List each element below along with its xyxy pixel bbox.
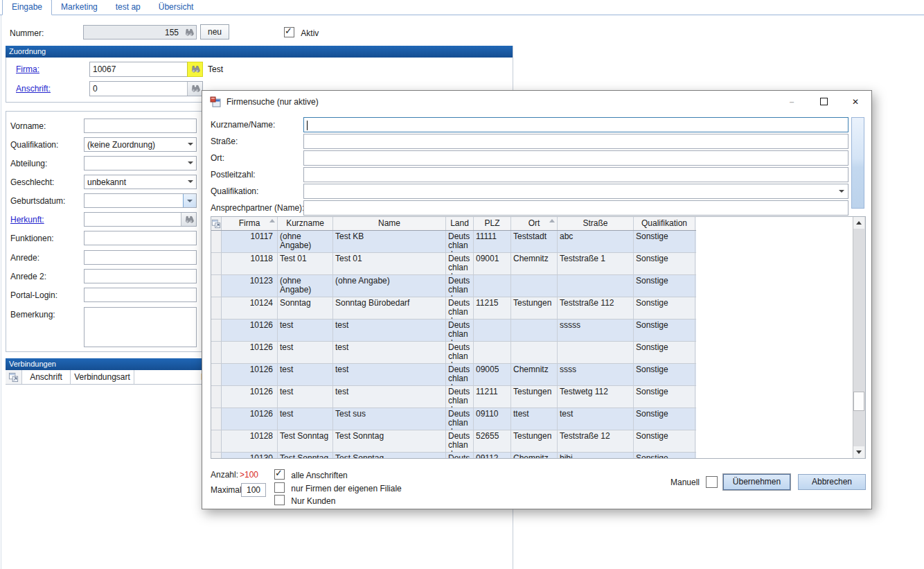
manuell-checkbox[interactable] xyxy=(706,476,718,488)
row-indicator xyxy=(211,253,222,274)
text-caret xyxy=(307,121,308,130)
column-header-firma[interactable]: Firma xyxy=(222,217,278,230)
datepicker-dropdown-icon[interactable] xyxy=(183,194,196,207)
cell-kurzname: Sonntag xyxy=(278,297,333,319)
table-row[interactable]: 10123(ohne Angabe)(ohne Angabe)Deutschla… xyxy=(211,275,696,297)
bemerkung-textarea[interactable] xyxy=(84,307,197,347)
abbrechen-button[interactable]: Abbrechen xyxy=(798,474,866,490)
grid-options-icon[interactable] xyxy=(6,370,22,384)
cell-firma: 10124 xyxy=(222,297,278,319)
qualifikation-select[interactable]: (keine Zuordnung) xyxy=(84,137,197,152)
close-icon[interactable]: ✕ xyxy=(839,91,871,112)
strasse-input[interactable] xyxy=(303,134,849,149)
column-header-qualifikation[interactable]: Qualifikation xyxy=(634,217,695,230)
vorname-label: Vorname: xyxy=(10,121,46,131)
uebernehmen-button[interactable]: Übernehmen xyxy=(723,474,790,490)
anschrift-binoculars-icon[interactable] xyxy=(187,82,202,96)
anrede-input[interactable] xyxy=(84,250,197,265)
postleitzahl-input[interactable] xyxy=(303,167,849,182)
portal-login-input[interactable] xyxy=(84,288,197,302)
grid-options-icon[interactable] xyxy=(211,217,222,230)
scroll-down-icon[interactable] xyxy=(853,446,864,458)
table-row[interactable]: 10126testtestDeutschlandSonstige xyxy=(211,342,696,364)
cell-name: (ohne Angabe) xyxy=(333,275,446,297)
firma-link[interactable]: Firma: xyxy=(16,64,39,74)
nur-firmen-label: nur Firmen der eigenen Filiale xyxy=(291,484,401,493)
table-row[interactable]: 10126testtestDeutschland11211TestungenTe… xyxy=(211,386,696,408)
nur-kunden-checkbox[interactable] xyxy=(274,495,285,505)
cell-kurzname: (ohne Angabe) xyxy=(278,231,333,252)
column-header-plz[interactable]: PLZ xyxy=(474,217,511,230)
herkunft-link[interactable]: Herkunft: xyxy=(10,215,44,225)
column-header-ort[interactable]: Ort xyxy=(511,217,558,230)
anrede2-input[interactable] xyxy=(84,269,197,283)
scroll-up-icon[interactable] xyxy=(853,217,864,229)
table-row[interactable]: 10128Test SonntagTest SonntagDeutschland… xyxy=(211,430,696,453)
cell-stra-e xyxy=(558,275,634,297)
geburtsdatum-input[interactable] xyxy=(84,193,197,208)
table-row[interactable]: 10117(ohne Angabe)Test KBDeutschland1111… xyxy=(211,231,696,253)
abteilung-select[interactable] xyxy=(84,156,197,170)
cell-land: Deutschland xyxy=(446,386,474,408)
verbindungen-column-verbindungsart[interactable]: Verbindungsart xyxy=(71,370,134,384)
maximal-input[interactable]: 100 xyxy=(241,483,266,497)
verbindungen-column-anschrift[interactable]: Anschrift xyxy=(22,370,71,384)
cell-plz: 09112 xyxy=(474,453,511,459)
ansprechpartner-input[interactable] xyxy=(303,200,849,216)
cell-plz xyxy=(474,275,511,297)
cell-qualifikation: Sonstige xyxy=(634,408,695,430)
herkunft-binoculars-icon[interactable] xyxy=(181,213,196,226)
nur-firmen-checkbox[interactable] xyxy=(274,482,285,493)
table-row[interactable]: 10126testtestDeutschlandsssssSonstige xyxy=(211,319,696,342)
kurzname-input[interactable] xyxy=(303,117,849,132)
search-scrollbar[interactable] xyxy=(851,117,864,209)
column-header-name[interactable]: Name xyxy=(333,217,446,230)
tab-uebersicht[interactable]: Übersicht xyxy=(150,0,203,15)
anschrift-link[interactable]: Anschrift: xyxy=(16,84,51,94)
cell-land: Deutschland xyxy=(446,342,474,363)
tab-test-ap[interactable]: test ap xyxy=(107,0,150,15)
alle-anschriften-checkbox[interactable] xyxy=(274,469,285,480)
ort-input[interactable] xyxy=(303,150,849,166)
anschrift-field[interactable]: 0 xyxy=(89,81,203,96)
tab-bar: Eingabe Marketing test ap Übersicht xyxy=(0,0,924,15)
cell-stra-e: ssss xyxy=(558,364,634,385)
tab-eingabe[interactable]: Eingabe xyxy=(2,0,52,15)
cell-name: Test Sonntag xyxy=(333,453,446,459)
cell-qualifikation: Sonstige xyxy=(634,297,695,319)
bemerkung-label: Bemerkung: xyxy=(10,310,55,319)
herkunft-field[interactable] xyxy=(84,212,197,227)
cell-firma: 10126 xyxy=(222,408,278,430)
dialog-title: Firmensuche (nur aktive) xyxy=(226,97,319,107)
tab-marketing[interactable]: Marketing xyxy=(52,0,107,15)
table-row[interactable]: 10126testtestDeutschland09005Chemnitzsss… xyxy=(211,364,696,386)
table-row[interactable]: 10124SonntagSonntag BürobedarfDeutschlan… xyxy=(211,297,696,319)
funktionen-input[interactable] xyxy=(84,231,197,245)
cell-stra-e: bibi xyxy=(558,453,634,459)
geschlecht-select[interactable]: unbekannt xyxy=(84,175,197,189)
maximize-icon[interactable] xyxy=(808,91,839,112)
minimize-icon[interactable]: – xyxy=(776,91,808,112)
column-header-land[interactable]: Land xyxy=(446,217,474,230)
vorname-input[interactable] xyxy=(84,119,197,133)
cell-plz: 09005 xyxy=(474,364,511,385)
dialog-titlebar[interactable]: Firmensuche (nur aktive) – ✕ xyxy=(202,91,871,112)
column-header-stra-e[interactable]: Straße xyxy=(558,217,634,230)
column-header-kurzname[interactable]: Kurzname xyxy=(278,217,333,230)
qualifikation-search-select[interactable] xyxy=(303,184,849,199)
row-indicator xyxy=(211,319,222,341)
table-row[interactable]: 10118Test 01Test 01Deutschland09001Chemn… xyxy=(211,253,696,275)
table-row[interactable]: 10130Test SonntagTest SonntagDeutschland… xyxy=(211,453,696,459)
neu-button[interactable]: neu xyxy=(200,24,229,40)
firma-binoculars-icon[interactable] xyxy=(187,62,203,77)
table-row[interactable]: 10126testTest susDeutschland09110ttestte… xyxy=(211,408,696,430)
aktiv-label: Aktiv xyxy=(301,28,319,38)
cell-plz: 09110 xyxy=(474,408,511,430)
firma-field[interactable]: 10067 xyxy=(89,62,203,77)
qualifikation-label: Qualifikation: xyxy=(10,140,58,150)
nummer-field[interactable]: 155 xyxy=(83,25,197,40)
grid-vertical-scrollbar[interactable] xyxy=(853,217,865,458)
scroll-thumb[interactable] xyxy=(853,392,864,411)
aktiv-checkbox[interactable] xyxy=(284,27,294,37)
binoculars-icon[interactable] xyxy=(181,26,196,39)
